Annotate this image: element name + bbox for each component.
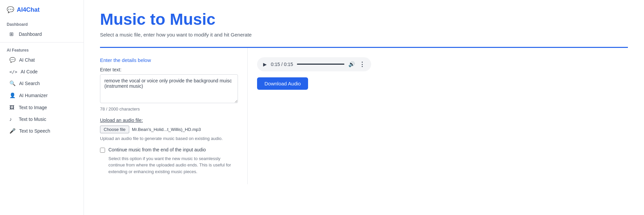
ai-chat-icon: 💬	[9, 57, 16, 63]
sidebar-item-dashboard[interactable]: ⊞ Dashboard	[0, 28, 84, 40]
sidebar-item-text-to-speech[interactable]: 🎤 Text to Speech	[0, 125, 84, 137]
audio-player: ▶ 0:15 / 0:15 🔊 ⋮	[257, 57, 371, 71]
checkbox-row: Continue music from the end of the input…	[100, 147, 238, 153]
choose-file-button[interactable]: Choose file	[100, 126, 129, 133]
left-panel: Enter the details below Enter text: remo…	[100, 48, 248, 185]
main-content: Music to Music Select a music file, ente…	[84, 0, 644, 215]
dashboard-icon: ⊞	[9, 31, 15, 37]
sidebar-item-text-to-music[interactable]: ♪ Text to Music	[0, 113, 84, 125]
section-label-ai-features: AI Features	[0, 45, 84, 54]
page-title: Music to Music	[100, 11, 628, 28]
ai-code-icon: </>	[9, 69, 17, 74]
sidebar-item-label: Text to Image	[19, 105, 47, 110]
sidebar-item-label: Text to Speech	[19, 128, 50, 134]
sidebar-item-label: AI Chat	[19, 57, 35, 63]
app-logo[interactable]: 💬 AI4Chat	[0, 0, 84, 19]
play-button[interactable]: ▶	[263, 62, 267, 67]
sidebar-divider	[0, 42, 84, 43]
volume-button[interactable]: 🔊	[348, 61, 355, 67]
sidebar: 💬 AI4Chat Dashboard ⊞ Dashboard AI Featu…	[0, 0, 84, 215]
text-input[interactable]: remove the vocal or voice only provide t…	[100, 74, 238, 103]
progress-fill	[297, 64, 344, 65]
sidebar-item-ai-code[interactable]: </> AI Code	[0, 66, 84, 77]
progress-bar[interactable]	[297, 64, 344, 65]
text-field-label: Enter text:	[100, 67, 238, 72]
logo-icon: 💬	[7, 6, 14, 13]
content-layout: Enter the details below Enter text: remo…	[100, 47, 628, 185]
time-display: 0:15 / 0:15	[271, 62, 293, 67]
file-upload-row: Choose file Mr.Bean's_Holid...t_Willis)_…	[100, 126, 238, 133]
right-panel: ▶ 0:15 / 0:15 🔊 ⋮ Download Audio	[248, 48, 628, 185]
checkbox-label: Continue music from the end of the input…	[108, 147, 206, 152]
sidebar-item-label: AI Humanizer	[19, 93, 48, 98]
upload-label: Upload an audio file:	[100, 118, 238, 123]
sidebar-item-ai-humanizer[interactable]: 👤 AI Humanizer	[0, 89, 84, 101]
text-to-speech-icon: 🎤	[9, 128, 16, 134]
sidebar-item-label: AI Search	[19, 81, 40, 86]
char-count: 78 / 2000 characters	[100, 106, 238, 112]
panel-heading: Enter the details below	[100, 57, 238, 63]
text-to-music-icon: ♪	[9, 116, 15, 122]
ai-humanizer-icon: 👤	[9, 92, 16, 98]
sidebar-item-ai-chat[interactable]: 💬 AI Chat	[0, 54, 84, 66]
upload-hint: Upload an audio file to generate music b…	[100, 136, 238, 141]
ai-search-icon: 🔍	[9, 80, 16, 86]
sidebar-item-label: Text to Music	[19, 117, 46, 122]
sidebar-item-label: Dashboard	[19, 31, 42, 37]
more-icon: ⋮	[359, 61, 365, 68]
sidebar-item-ai-search[interactable]: 🔍 AI Search	[0, 77, 84, 89]
download-audio-button[interactable]: Download Audio	[257, 77, 308, 90]
sidebar-item-label: AI Code	[20, 69, 38, 74]
app-name: AI4Chat	[17, 6, 40, 13]
file-name: Mr.Bean's_Holid...t_Willis)_HD.mp3	[132, 127, 201, 132]
sidebar-item-text-to-image[interactable]: 🖼 Text to Image	[0, 101, 84, 113]
play-icon: ▶	[263, 62, 267, 67]
more-options-button[interactable]: ⋮	[359, 61, 365, 68]
continue-music-checkbox[interactable]	[100, 148, 105, 153]
text-to-image-icon: 🖼	[9, 104, 15, 110]
section-label-dashboard: Dashboard	[0, 19, 84, 28]
page-subtitle: Select a music file, enter how you want …	[100, 32, 628, 38]
volume-icon: 🔊	[348, 61, 355, 67]
checkbox-description: Select this option if you want the new m…	[100, 155, 238, 175]
